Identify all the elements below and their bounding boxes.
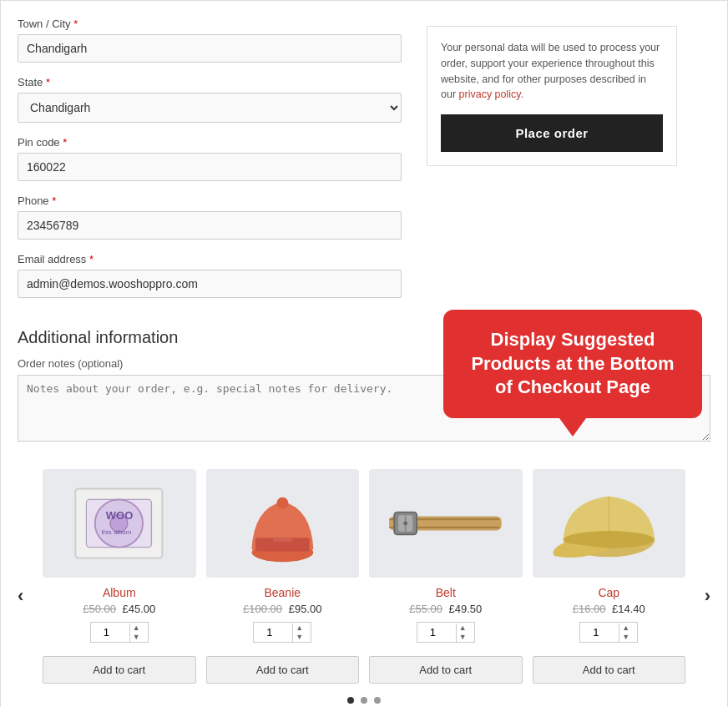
phone-label: Phone *: [18, 194, 402, 207]
carousel-left-arrow[interactable]: ‹: [18, 585, 23, 607]
quantity-row: ▲ ▼: [417, 622, 475, 643]
town-field-group: Town / City *: [18, 18, 402, 63]
pincode-label: Pin code *: [18, 136, 402, 149]
phone-field-group: Phone *: [18, 194, 402, 240]
pincode-required: *: [63, 136, 67, 149]
old-price: £100.00: [243, 603, 282, 615]
add-to-cart-button[interactable]: Add to cart: [43, 656, 196, 684]
quantity-down-button[interactable]: ▼: [457, 633, 469, 642]
new-price: £95.00: [289, 603, 322, 615]
product-price: £16.00 £14.40: [533, 603, 686, 615]
quantity-up-button[interactable]: ▲: [293, 624, 306, 633]
phone-input[interactable]: [18, 211, 402, 240]
product-image-box: [533, 469, 686, 578]
product-card: Belt £55.00 £49.50 ▲ ▼ Add to cart: [369, 469, 523, 684]
email-input[interactable]: [18, 270, 402, 298]
product-price: £50.00 £45.00: [43, 603, 196, 615]
quantity-down-button[interactable]: ▼: [293, 633, 306, 642]
town-label-text: Town / City: [18, 18, 71, 30]
quantity-down-button[interactable]: ▼: [130, 633, 143, 642]
quantity-row: ▲ ▼: [579, 622, 638, 643]
carousel-dots: [43, 697, 685, 704]
add-to-cart-button[interactable]: Add to cart: [369, 656, 523, 684]
quantity-input[interactable]: [96, 623, 129, 642]
quantity-arrows: ▲ ▼: [129, 624, 143, 642]
svg-text:WOO: WOO: [106, 509, 133, 522]
top-section: Town / City * State * Chandigarh Pin cod…: [18, 18, 710, 311]
new-price: £14.40: [612, 603, 645, 615]
product-image-box: [206, 469, 360, 578]
page-wrapper: Town / City * State * Chandigarh Pin cod…: [0, 0, 728, 707]
quantity-row: ▲ ▼: [90, 622, 149, 643]
product-price: £100.00 £95.00: [206, 603, 360, 615]
privacy-policy-link[interactable]: privacy policy: [459, 88, 521, 100]
quantity-down-button[interactable]: ▼: [619, 633, 632, 642]
new-price: £49.50: [449, 603, 483, 615]
old-price: £55.00: [409, 603, 442, 615]
quantity-arrows: ▲ ▼: [292, 624, 306, 642]
carousel-right-arrow[interactable]: ›: [705, 585, 710, 607]
phone-label-text: Phone: [18, 194, 49, 207]
carousel-dot[interactable]: [361, 697, 367, 704]
email-label-text: Email address: [18, 253, 86, 265]
quantity-input[interactable]: [259, 623, 292, 642]
product-card: Cap £16.00 £14.40 ▲ ▼ Add to cart: [533, 469, 686, 684]
callout-bubble: Display Suggested Products at the Bottom…: [443, 310, 702, 418]
product-name[interactable]: Belt: [369, 586, 523, 599]
product-image-box: [369, 469, 523, 578]
new-price: £45.00: [123, 603, 156, 615]
product-name[interactable]: Beanie: [206, 586, 360, 599]
svg-rect-8: [273, 538, 292, 542]
quantity-input[interactable]: [422, 623, 456, 642]
pincode-field-group: Pin code *: [18, 136, 402, 181]
state-select[interactable]: Chandigarh: [18, 93, 402, 123]
pincode-label-text: Pin code: [18, 136, 60, 149]
email-field-group: Email address *: [18, 253, 402, 298]
add-to-cart-button[interactable]: Add to cart: [533, 656, 686, 684]
product-name[interactable]: Cap: [533, 586, 686, 599]
place-order-button[interactable]: Place order: [441, 114, 663, 152]
products-section: ‹ › WOO this album Album £50.00 £45.00 ▲…: [18, 469, 710, 707]
town-input[interactable]: [18, 34, 402, 63]
quantity-arrows: ▲ ▼: [456, 624, 469, 642]
email-required: *: [89, 253, 94, 265]
phone-required: *: [52, 194, 56, 207]
quantity-up-button[interactable]: ▲: [457, 624, 469, 633]
quantity-up-button[interactable]: ▲: [130, 624, 143, 633]
callout-text: Display Suggested Products at the Bottom…: [471, 329, 674, 397]
quantity-up-button[interactable]: ▲: [619, 624, 632, 633]
town-label: Town / City *: [18, 18, 402, 30]
products-row: WOO this album Album £50.00 £45.00 ▲ ▼ A…: [43, 469, 685, 684]
svg-text:this album: this album: [102, 528, 132, 536]
carousel-dot[interactable]: [374, 697, 381, 704]
state-label-text: State: [18, 76, 43, 88]
quantity-arrows: ▲ ▼: [619, 624, 632, 642]
product-card: Beanie £100.00 £95.00 ▲ ▼ Add to cart: [206, 469, 360, 684]
add-to-cart-button[interactable]: Add to cart: [206, 656, 360, 684]
pincode-input[interactable]: [18, 153, 402, 181]
state-field-group: State * Chandigarh: [18, 76, 402, 123]
town-required: *: [73, 18, 78, 30]
state-required: *: [46, 76, 50, 88]
privacy-text: Your personal data will be used to proce…: [441, 40, 663, 103]
quantity-row: ▲ ▼: [253, 622, 311, 643]
svg-rect-20: [597, 532, 621, 539]
product-name[interactable]: Album: [43, 586, 196, 599]
email-label: Email address *: [18, 253, 402, 265]
state-label: State *: [18, 76, 402, 88]
carousel-dot[interactable]: [347, 697, 354, 704]
old-price: £16.00: [573, 603, 606, 615]
product-price: £55.00 £49.50: [369, 603, 523, 615]
product-image-box: WOO this album: [43, 469, 196, 578]
left-form: Town / City * State * Chandigarh Pin cod…: [18, 18, 402, 311]
order-panel: Your personal data will be used to proce…: [427, 26, 677, 166]
svg-point-9: [276, 497, 288, 509]
svg-point-16: [404, 522, 408, 526]
quantity-input[interactable]: [585, 623, 619, 642]
product-card: WOO this album Album £50.00 £45.00 ▲ ▼ A…: [43, 469, 196, 684]
old-price: £50.00: [83, 603, 116, 615]
